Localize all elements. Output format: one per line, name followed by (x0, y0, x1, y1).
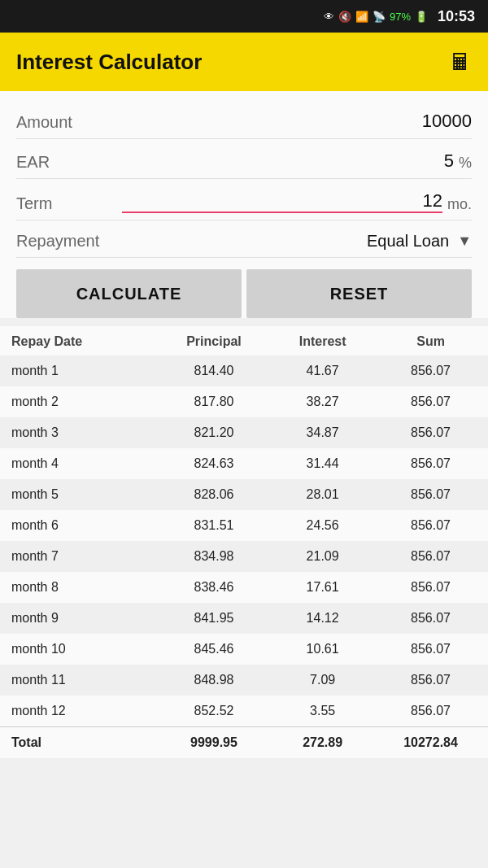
amount-input[interactable] (122, 111, 472, 132)
table-cell: 34.87 (272, 417, 373, 448)
table-cell: 3.55 (272, 696, 373, 727)
ear-input-wrap: % (122, 150, 472, 172)
table-row: month 4824.6331.44856.07 (0, 448, 488, 479)
table-cell: 856.07 (373, 417, 488, 448)
table-cell: 856.07 (373, 541, 488, 572)
table-cell: 856.07 (373, 355, 488, 386)
repayment-label: Repayment (16, 232, 122, 251)
table-cell: 38.27 (272, 386, 373, 417)
amount-row: Amount (16, 99, 472, 139)
table-cell: 856.07 (373, 448, 488, 479)
table-cell: month 9 (0, 603, 156, 634)
table-row: month 8838.4617.61856.07 (0, 572, 488, 603)
results-table-container: Repay Date Principal Interest Sum month … (0, 326, 488, 758)
table-cell: month 7 (0, 541, 156, 572)
table-total-cell: Total (0, 727, 156, 759)
table-total-cell: 10272.84 (373, 727, 488, 759)
table-cell: 856.07 (373, 572, 488, 603)
table-cell: 852.52 (156, 696, 272, 727)
table-total-cell: 9999.95 (156, 727, 272, 759)
table-cell: month 5 (0, 479, 156, 510)
table-total-cell: 272.89 (272, 727, 373, 759)
table-cell: month 11 (0, 665, 156, 696)
table-cell: 7.09 (272, 665, 373, 696)
col-sum: Sum (373, 326, 488, 355)
table-cell: month 8 (0, 572, 156, 603)
wifi-icon: 📶 (355, 11, 368, 23)
table-cell: 824.63 (156, 448, 272, 479)
term-row: Term mo. (16, 179, 472, 220)
table-cell: 856.07 (373, 603, 488, 634)
app-header: Interest Calculator 🖩 (0, 33, 488, 91)
repayment-select-wrap[interactable]: Equal Loan ▼ (122, 232, 472, 251)
table-row: month 2817.8038.27856.07 (0, 386, 488, 417)
table-cell: 856.07 (373, 634, 488, 665)
table-cell: 17.61 (272, 572, 373, 603)
col-repay-date: Repay Date (0, 326, 156, 355)
table-row: month 9841.9514.12856.07 (0, 603, 488, 634)
table-cell: 856.07 (373, 479, 488, 510)
table-cell: 814.40 (156, 355, 272, 386)
table-row: month 6831.5124.56856.07 (0, 510, 488, 541)
table-cell: 817.80 (156, 386, 272, 417)
calculator-icon: 🖩 (449, 49, 472, 76)
table-row: month 10845.4610.61856.07 (0, 634, 488, 665)
table-cell: 31.44 (272, 448, 373, 479)
table-cell: month 10 (0, 634, 156, 665)
col-interest: Interest (272, 326, 373, 355)
term-label: Term (16, 194, 122, 213)
table-cell: 856.07 (373, 510, 488, 541)
term-input[interactable] (122, 190, 442, 213)
mute-icon: 🔇 (338, 11, 351, 23)
table-row: month 11848.987.09856.07 (0, 665, 488, 696)
table-cell: month 3 (0, 417, 156, 448)
table-row: month 3821.2034.87856.07 (0, 417, 488, 448)
table-cell: 14.12 (272, 603, 373, 634)
form-area: Amount EAR % Term mo. Repayment Equal Lo… (0, 91, 488, 318)
reset-button[interactable]: RESET (246, 269, 472, 318)
table-row: month 12852.523.55856.07 (0, 696, 488, 727)
eye-icon: 👁 (324, 11, 334, 23)
ear-label: EAR (16, 153, 122, 172)
table-cell: 848.98 (156, 665, 272, 696)
table-row: month 7834.9821.09856.07 (0, 541, 488, 572)
ear-row: EAR % (16, 139, 472, 179)
signal-icon: 📡 (373, 11, 386, 23)
table-cell: 845.46 (156, 634, 272, 665)
table-cell: 834.98 (156, 541, 272, 572)
results-table: Repay Date Principal Interest Sum month … (0, 326, 488, 758)
table-cell: month 2 (0, 386, 156, 417)
table-header-row: Repay Date Principal Interest Sum (0, 326, 488, 355)
table-row: month 1814.4041.67856.07 (0, 355, 488, 386)
table-cell: 828.06 (156, 479, 272, 510)
table-cell: 856.07 (373, 386, 488, 417)
table-total-row: Total9999.95272.8910272.84 (0, 727, 488, 759)
calculate-button[interactable]: CALCULATE (16, 269, 242, 318)
table-cell: 856.07 (373, 665, 488, 696)
table-cell: month 1 (0, 355, 156, 386)
clock: 10:53 (438, 8, 475, 25)
term-input-wrap: mo. (122, 190, 472, 213)
table-cell: month 12 (0, 696, 156, 727)
table-cell: 28.01 (272, 479, 373, 510)
table-cell: 821.20 (156, 417, 272, 448)
dropdown-arrow-icon: ▼ (457, 233, 472, 250)
app-title: Interest Calculator (16, 50, 202, 75)
table-cell: 841.95 (156, 603, 272, 634)
col-principal: Principal (156, 326, 272, 355)
table-cell: 856.07 (373, 696, 488, 727)
ear-input[interactable] (122, 150, 454, 172)
battery-level: 97% (390, 11, 411, 23)
table-cell: 838.46 (156, 572, 272, 603)
amount-label: Amount (16, 113, 122, 132)
table-cell: 831.51 (156, 510, 272, 541)
ear-unit: % (459, 155, 472, 172)
table-cell: 21.09 (272, 541, 373, 572)
repayment-row: Repayment Equal Loan ▼ (16, 220, 472, 258)
table-row: month 5828.0628.01856.07 (0, 479, 488, 510)
buttons-row: CALCULATE RESET (16, 269, 472, 318)
repayment-value: Equal Loan (367, 232, 449, 251)
status-icons: 👁 🔇 📶 📡 97% 🔋 (324, 11, 428, 23)
table-cell: month 4 (0, 448, 156, 479)
amount-input-wrap (122, 111, 472, 132)
